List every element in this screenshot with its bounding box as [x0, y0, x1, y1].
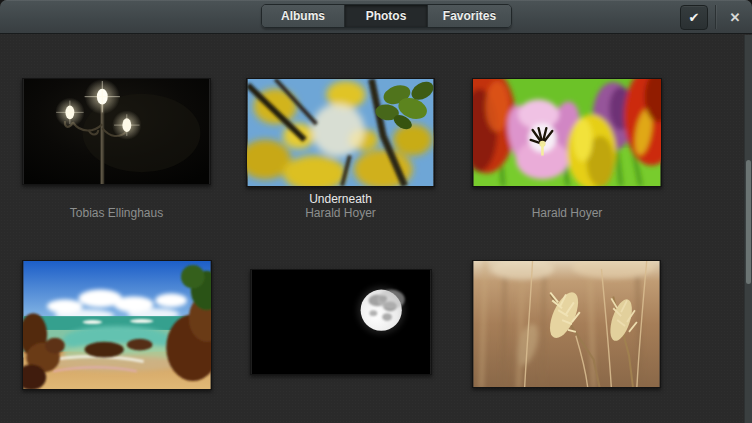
tab-photos[interactable]: Photos — [345, 5, 428, 27]
photo-author: Harald Hoyer — [472, 207, 662, 220]
header-bar: Albums Photos Favorites ✔ ✕ — [0, 0, 752, 34]
photo-thumbnail-street-lamp[interactable] — [22, 78, 211, 185]
close-button[interactable]: ✕ — [723, 5, 747, 29]
tulips-image — [473, 79, 661, 186]
header-separator — [715, 5, 716, 29]
photos-app-window: Albums Photos Favorites ✔ ✕ — [0, 0, 752, 423]
checkmark-icon: ✔ — [689, 10, 700, 25]
photo-thumbnail-tulips[interactable] — [472, 78, 662, 187]
close-icon: ✕ — [730, 10, 741, 25]
tab-albums[interactable]: Albums — [262, 5, 345, 27]
dry-grass-image — [473, 261, 660, 387]
view-switcher: Albums Photos Favorites — [261, 4, 512, 28]
tab-favorites[interactable]: Favorites — [428, 5, 511, 27]
selection-mode-button[interactable]: ✔ — [680, 5, 708, 30]
photo-title: Underneath — [246, 193, 435, 206]
photo-thumbnail-moon[interactable] — [250, 269, 432, 375]
vertical-scrollbar[interactable] — [744, 35, 752, 423]
photo-author: Harald Hoyer — [246, 207, 435, 220]
moon-image — [251, 270, 431, 374]
photo-thumbnail-dry-grass[interactable] — [472, 260, 661, 388]
photo-thumbnail-beach[interactable] — [22, 260, 212, 390]
beach-image — [23, 261, 211, 389]
photo-thumbnail-underneath[interactable] — [246, 78, 435, 187]
header-actions: ✔ ✕ — [680, 0, 747, 34]
photo-author: Tobias Ellinghaus — [22, 207, 211, 220]
street-lamp-image — [23, 79, 210, 184]
autumn-canopy-image — [247, 79, 434, 186]
scrollbar-thumb[interactable] — [746, 160, 751, 284]
